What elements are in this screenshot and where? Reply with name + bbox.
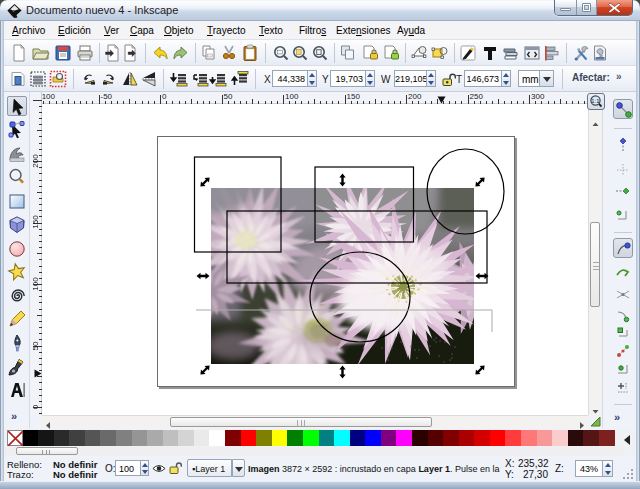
svg-text:1:1: 1:1 (591, 98, 600, 104)
